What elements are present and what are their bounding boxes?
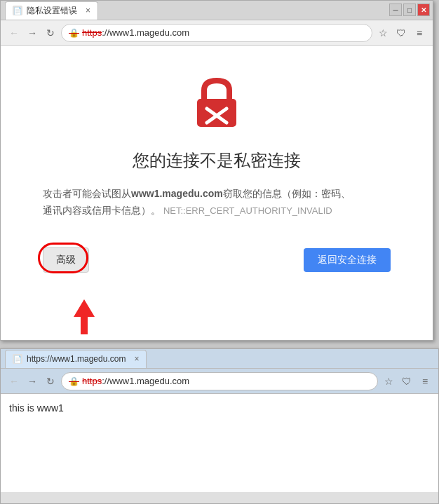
https-strikethrough: https — [82, 27, 102, 38]
error-code: NET::ERR_CERT_AUTHORITY_INVALID — [163, 205, 332, 216]
svg-rect-0 — [197, 99, 236, 127]
page-text: this is www1 — [9, 402, 64, 414]
browser-window-1: 📄 隐私设置错误 × ─ □ ✕ ← → ↻ 🔒 https://www1.ma… — [0, 0, 433, 341]
tab-1[interactable]: 📄 隐私设置错误 × — [5, 1, 98, 20]
forward-btn-1[interactable]: → — [25, 25, 40, 41]
tab-title-1: 隐私设置错误 — [27, 5, 77, 17]
return-safe-button[interactable]: 返回安全连接 — [304, 248, 391, 272]
menu-btn-2[interactable]: ≡ — [417, 374, 433, 389]
browser-content-2: this is www1 — [1, 394, 438, 492]
nav-icons-1: ☆ 🛡 ≡ — [375, 25, 427, 41]
address-text-2: https://www1.magedu.com — [82, 376, 189, 386]
desktop-max-btn[interactable]: □ — [403, 4, 416, 16]
error-desc-part1: 攻击者可能会试图从 — [43, 188, 131, 199]
back-btn-2[interactable]: ← — [6, 374, 22, 389]
address-lock-icon-1: 🔒 — [69, 28, 79, 38]
error-desc: 攻击者可能会试图从www1.magedu.com窃取您的信息（例如：密码、 通讯… — [43, 186, 391, 219]
return-label: 返回安全连接 — [318, 254, 377, 265]
advanced-button[interactable]: 高级 — [43, 247, 89, 273]
title-bar-1: 📄 隐私设置错误 × ─ □ ✕ — [1, 1, 433, 20]
shield-btn-1[interactable]: 🛡 — [393, 25, 409, 41]
error-domain: www1.magedu.com — [131, 188, 223, 199]
error-title: 您的连接不是私密连接 — [133, 149, 301, 172]
tab-icon-2: 📄 — [13, 354, 22, 364]
star-btn-1[interactable]: ☆ — [375, 25, 391, 41]
desktop-close-btn[interactable]: ✕ — [417, 4, 430, 16]
star-btn-2[interactable]: ☆ — [381, 374, 396, 389]
address-lock-icon-2: 🔒 — [69, 376, 79, 386]
forward-btn-2[interactable]: → — [25, 374, 40, 389]
advanced-label: 高级 — [56, 254, 76, 265]
address-bar-1[interactable]: 🔒 https://www1.magedu.com — [61, 24, 372, 42]
back-btn-1[interactable]: ← — [6, 25, 22, 41]
tab-close-2[interactable]: × — [134, 354, 139, 364]
svg-marker-3 — [74, 299, 95, 334]
menu-btn-1[interactable]: ≡ — [412, 25, 427, 41]
buttons-row: 高级 返回安全连接 — [43, 247, 391, 273]
https-strikethrough-2: https — [82, 376, 102, 386]
arrow-indicator — [70, 299, 98, 337]
tab-title-2: https://www1.magedu.com — [27, 354, 126, 364]
address-bar-2[interactable]: 🔒 https://www1.magedu.com — [61, 372, 378, 390]
browser-window-2: 📄 https://www1.magedu.com × ─ □ ✕ ← → ↻ … — [0, 348, 439, 504]
error-desc-part3: 通讯内容或信用卡信息）。 — [43, 205, 161, 216]
error-desc-part2: 窃取您的信息（例如：密码、 — [223, 188, 351, 199]
address-rest: ://www1.magedu.com — [102, 27, 189, 38]
address-text-1: https://www1.magedu.com — [82, 27, 189, 38]
browser-content-1: 您的连接不是私密连接 攻击者可能会试图从www1.magedu.com窃取您的信… — [1, 46, 433, 340]
refresh-btn-1[interactable]: ↻ — [43, 25, 58, 41]
desktop-controls: ─ □ ✕ — [389, 4, 430, 16]
shield-btn-2[interactable]: 🛡 — [399, 374, 414, 389]
address-rest-2: ://www1.magedu.com — [102, 376, 189, 386]
desktop-min-btn[interactable]: ─ — [389, 4, 402, 16]
tab-icon-1: 📄 — [13, 6, 22, 15]
refresh-btn-2[interactable]: ↻ — [43, 374, 58, 389]
title-bar-2: 📄 https://www1.magedu.com × ─ □ ✕ — [1, 349, 438, 369]
new-tab-btn-2[interactable] — [147, 356, 158, 362]
broken-lock-icon — [189, 74, 245, 130]
lock-icon-container — [189, 74, 245, 132]
nav-bar-2: ← → ↻ 🔒 https://www1.magedu.com ☆ 🛡 ≡ — [1, 369, 438, 394]
nav-bar-1: ← → ↻ 🔒 https://www1.magedu.com ☆ 🛡 ≡ — [1, 20, 433, 46]
nav-icons-2: ☆ 🛡 ≡ — [381, 374, 433, 389]
tab-2[interactable]: 📄 https://www1.magedu.com × — [5, 350, 147, 368]
tab-close-1[interactable]: × — [86, 6, 90, 15]
